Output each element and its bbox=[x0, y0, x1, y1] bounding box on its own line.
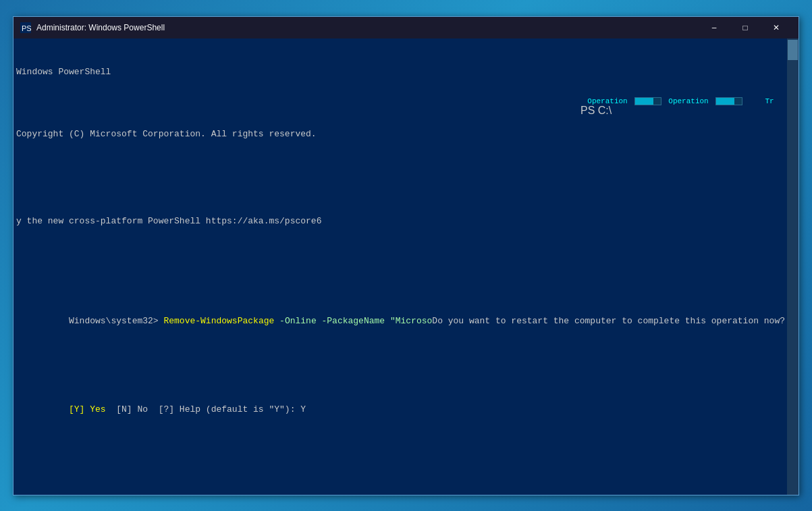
yn-rest: [N] No [?] Help (default is "Y"): bbox=[106, 404, 301, 414]
line-link: y the new cross-platform PowerShell http… bbox=[16, 215, 784, 228]
line-copyright: Copyright (C) Microsoft Corporation. All… bbox=[16, 128, 784, 141]
minimize-button[interactable]: – bbox=[699, 17, 730, 38]
cmd-question: Do you want to restart the computer to c… bbox=[432, 316, 785, 326]
cmd-cmdlet: Remove-WindowsPackage bbox=[163, 316, 274, 326]
cmd-prompt: Windows\system32> bbox=[69, 316, 163, 326]
line-powershell-header: Windows PowerShell bbox=[16, 65, 784, 79]
svg-text:PS: PS bbox=[22, 24, 31, 32]
ps-prompt: PS C:\ bbox=[580, 105, 612, 117]
powershell-icon: PS bbox=[20, 22, 31, 33]
progress-label-2: Operation bbox=[661, 97, 715, 105]
progress-label-3: Tr bbox=[742, 97, 787, 105]
close-button[interactable]: ✕ bbox=[761, 17, 792, 38]
powershell-window: PS Administrator: Windows PowerShell – □… bbox=[13, 16, 799, 495]
console-area: Windows PowerShell Copyright (C) Microso… bbox=[13, 38, 799, 495]
window-controls: – □ ✕ bbox=[699, 17, 792, 38]
scrollbar-thumb[interactable] bbox=[788, 40, 798, 60]
cmd-params: -Online -PackageName "Microso bbox=[274, 316, 432, 326]
progress-track-2 bbox=[715, 97, 742, 105]
progress-fill-1 bbox=[635, 98, 653, 105]
yn-line: [Y] Yes [N] No [?] Help (default is "Y")… bbox=[16, 390, 784, 430]
yn-y: [Y] Yes bbox=[69, 404, 106, 414]
progress-row-2: PS C:\ bbox=[580, 106, 787, 115]
yn-answer: Y bbox=[300, 404, 306, 414]
scrollbar[interactable] bbox=[787, 38, 799, 495]
progress-container: Operation Operation Tr PS C:\ bbox=[580, 97, 787, 115]
title-bar: PS Administrator: Windows PowerShell – □… bbox=[13, 17, 799, 38]
progress-fill-2 bbox=[716, 98, 734, 105]
command-line: Windows\system32> Remove-WindowsPackage … bbox=[16, 301, 784, 341]
progress-track-1 bbox=[634, 97, 661, 105]
console-content[interactable]: Windows PowerShell Copyright (C) Microso… bbox=[13, 38, 787, 495]
window-title: Administrator: Windows PowerShell bbox=[36, 23, 699, 32]
maximize-button[interactable]: □ bbox=[730, 17, 761, 38]
